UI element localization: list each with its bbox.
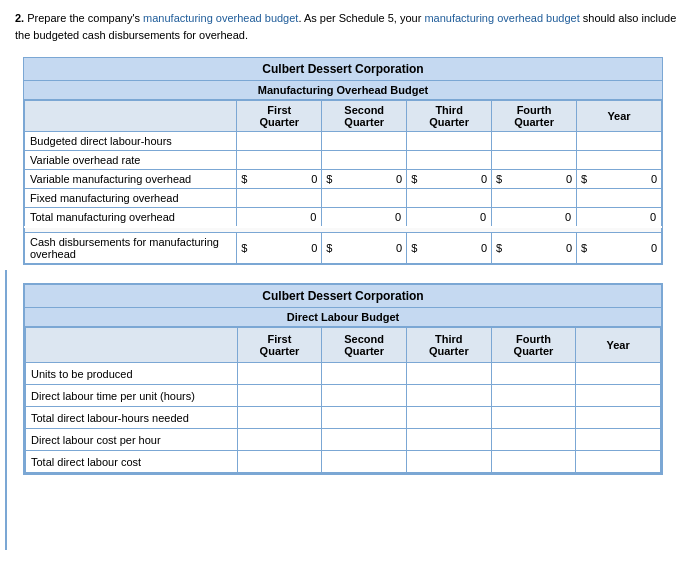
labour-subtitle: Direct Labour Budget: [25, 308, 661, 327]
data-cell: $0: [492, 170, 577, 189]
data-cell: [237, 407, 322, 429]
data-cell: $0: [322, 170, 407, 189]
data-cell: [322, 151, 407, 170]
row-label: Units to be produced: [26, 363, 238, 385]
data-cell: [577, 189, 662, 208]
labour-header-row: FirstQuarter SecondQuarter ThirdQuarter …: [26, 328, 661, 363]
data-cell: [322, 132, 407, 151]
labour-header-q3: ThirdQuarter: [406, 328, 491, 363]
data-cell: [406, 429, 491, 451]
labour-header-q2: SecondQuarter: [322, 328, 407, 363]
table-row: Total manufacturing overhead 0 0 0 0 0: [25, 208, 662, 228]
intro-text: 2. Prepare the company's manufacturing o…: [15, 10, 685, 43]
data-cell: $0: [407, 170, 492, 189]
data-cell: [322, 407, 407, 429]
table-row: Direct labour cost per hour: [26, 429, 661, 451]
data-cell: $0: [237, 170, 322, 189]
table-row: Total direct labour-hours needed: [26, 407, 661, 429]
data-cell: [407, 132, 492, 151]
overhead-header-q1: FirstQuarter: [237, 101, 322, 132]
overhead-header-q4: FourthQuarter: [492, 101, 577, 132]
overhead-header-row: FirstQuarter SecondQuarter ThirdQuarter …: [25, 101, 662, 132]
row-label: Cash disbursements for manufacturing ove…: [25, 233, 237, 264]
data-cell: [576, 363, 661, 385]
data-cell: $0: [407, 233, 492, 264]
data-cell: [407, 151, 492, 170]
left-border-marker: [5, 270, 8, 485]
overhead-table: FirstQuarter SecondQuarter ThirdQuarter …: [24, 100, 662, 264]
data-cell: [406, 363, 491, 385]
data-cell: $0: [492, 233, 577, 264]
row-label: Budgeted direct labour-hours: [25, 132, 237, 151]
overhead-header-q3: ThirdQuarter: [407, 101, 492, 132]
table-row: Direct labour time per unit (hours): [26, 385, 661, 407]
data-cell: $0: [237, 233, 322, 264]
row-label: Direct labour time per unit (hours): [26, 385, 238, 407]
data-cell: [492, 151, 577, 170]
row-label: Total direct labour cost: [26, 451, 238, 473]
data-cell: [577, 132, 662, 151]
table-row: Variable manufacturing overhead $0 $0 $0…: [25, 170, 662, 189]
row-label: Variable overhead rate: [25, 151, 237, 170]
row-label: Total direct labour-hours needed: [26, 407, 238, 429]
overhead-header-q2: SecondQuarter: [322, 101, 407, 132]
data-cell: [322, 385, 407, 407]
overhead-budget-section: Culbert Dessert Corporation Manufacturin…: [23, 57, 663, 265]
data-cell: [576, 407, 661, 429]
data-cell: [577, 151, 662, 170]
row-label: Fixed manufacturing overhead: [25, 189, 237, 208]
data-cell: [322, 189, 407, 208]
overhead-title: Culbert Dessert Corporation: [24, 58, 662, 81]
data-cell: 0: [407, 208, 492, 228]
data-cell: 0: [322, 208, 407, 228]
data-cell: [322, 363, 407, 385]
overhead-header-year: Year: [577, 101, 662, 132]
overhead-subtitle: Manufacturing Overhead Budget: [24, 81, 662, 100]
data-cell: [491, 363, 576, 385]
data-cell: 0: [237, 208, 322, 228]
data-cell: [237, 132, 322, 151]
labour-header-q4: FourthQuarter: [491, 328, 576, 363]
data-cell: [322, 429, 407, 451]
data-cell: [576, 429, 661, 451]
data-cell: [491, 385, 576, 407]
data-cell: 0: [577, 208, 662, 228]
data-cell: [576, 385, 661, 407]
labour-table: FirstQuarter SecondQuarter ThirdQuarter …: [25, 327, 661, 473]
data-cell: $0: [322, 233, 407, 264]
table-row: Units to be produced: [26, 363, 661, 385]
data-cell: [492, 189, 577, 208]
data-cell: [406, 385, 491, 407]
table-row: Fixed manufacturing overhead: [25, 189, 662, 208]
row-label: Direct labour cost per hour: [26, 429, 238, 451]
row-label: Total manufacturing overhead: [25, 208, 237, 228]
table-row: Budgeted direct labour-hours: [25, 132, 662, 151]
data-cell: [407, 189, 492, 208]
data-cell: [491, 451, 576, 473]
data-cell: [491, 407, 576, 429]
data-cell: [406, 451, 491, 473]
row-label: Variable manufacturing overhead: [25, 170, 237, 189]
data-cell: [406, 407, 491, 429]
overhead-header-label: [25, 101, 237, 132]
data-cell: [576, 451, 661, 473]
data-cell: [237, 385, 322, 407]
data-cell: 0: [492, 208, 577, 228]
data-cell: [492, 132, 577, 151]
data-cell: [491, 429, 576, 451]
data-cell: [237, 363, 322, 385]
data-cell: $0: [577, 233, 662, 264]
table-row: Cash disbursements for manufacturing ove…: [25, 233, 662, 264]
table-row: Variable overhead rate: [25, 151, 662, 170]
labour-title: Culbert Dessert Corporation: [25, 285, 661, 308]
labour-header-q1: FirstQuarter: [237, 328, 322, 363]
labour-header-year: Year: [576, 328, 661, 363]
labour-header-label: [26, 328, 238, 363]
data-cell: $0: [577, 170, 662, 189]
data-cell: [237, 189, 322, 208]
labour-budget-section: Culbert Dessert Corporation Direct Labou…: [23, 283, 663, 475]
data-cell: [237, 151, 322, 170]
data-cell: [322, 451, 407, 473]
data-cell: [237, 429, 322, 451]
data-cell: [237, 451, 322, 473]
